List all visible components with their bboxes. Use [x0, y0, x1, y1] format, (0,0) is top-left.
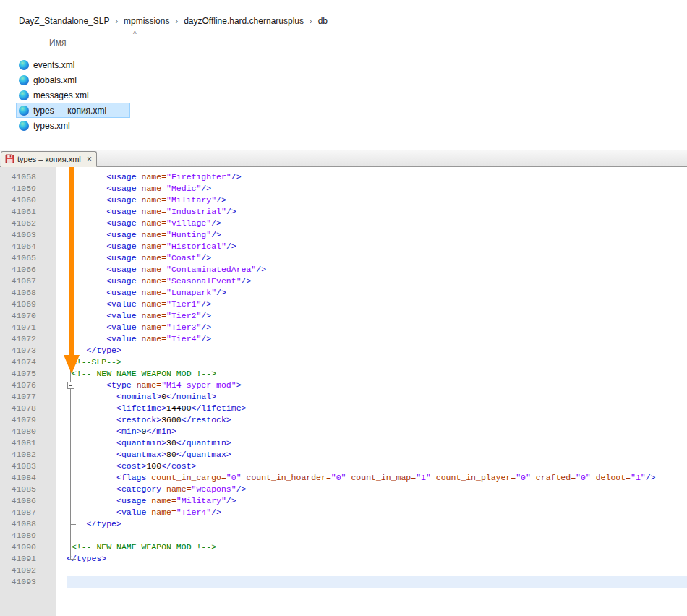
code-line[interactable]: 41092	[0, 565, 687, 576]
line-number: 41066	[0, 264, 46, 275]
fold-margin-cell	[46, 484, 67, 495]
code-line[interactable]: 41069 <value name="Tier1"/>	[0, 299, 687, 310]
code-line[interactable]: 41083 <cost>100</cost>	[0, 461, 687, 472]
code-line[interactable]: 41074 <!--SLP-->	[0, 356, 687, 368]
line-number: 41071	[0, 322, 46, 333]
code-editor[interactable]: 41058 <usage name="Firefighter"/>41059 <…	[0, 167, 687, 616]
breadcrumb-item[interactable]: DayZ_Standalone_SLP	[19, 16, 109, 26]
file-name: globals.xml	[33, 75, 77, 85]
tab-close-icon[interactable]: ✕	[87, 156, 93, 163]
code-line[interactable]: 41081 <quantmin>30</quantmin>	[0, 437, 687, 449]
code-line[interactable]: 41061 <usage name="Industrial"/>	[0, 206, 687, 218]
code-line[interactable]: 41067 <usage name="SeasonalEvent"/>	[0, 275, 687, 287]
breadcrumb-item[interactable]: mpmissions	[124, 16, 169, 26]
breadcrumb-separator-icon[interactable]: ›	[310, 17, 312, 25]
code-line[interactable]: 41085 <category name="weapons"/>	[0, 484, 687, 495]
fold-margin-cell	[46, 299, 67, 310]
line-number: 41058	[0, 171, 46, 183]
code-line[interactable]: 41071 <value name="Tier3"/>	[0, 322, 687, 333]
fold-margin-cell	[46, 530, 67, 542]
code-line[interactable]: 41082 <quantmax>80</quantmax>	[0, 449, 687, 461]
file-row[interactable]: globals.xml	[16, 72, 130, 87]
code-line[interactable]: 41087 <value name="Tier4"/>	[0, 507, 687, 518]
fold-margin-cell	[46, 264, 67, 275]
edge-file-icon	[19, 60, 29, 70]
line-number: 41078	[0, 403, 46, 414]
file-row[interactable]: events.xml	[16, 57, 130, 72]
code-line[interactable]: 41073 </type>	[0, 345, 687, 356]
code-text: <usage name="ContaminatedArea"/>	[67, 264, 687, 275]
unsaved-file-icon	[5, 154, 14, 165]
code-line[interactable]: 41062 <usage name="Village"/>	[0, 218, 687, 229]
fold-margin-cell	[46, 576, 67, 588]
fold-margin-cell	[46, 310, 67, 322]
breadcrumb-item[interactable]: dayzOffline.hard.chernarusplus	[184, 16, 304, 26]
line-number: 41069	[0, 299, 46, 310]
line-number: 41083	[0, 461, 46, 472]
edge-file-icon	[19, 90, 29, 100]
breadcrumb-separator-icon[interactable]: ›	[115, 17, 118, 25]
breadcrumb-item[interactable]: db	[318, 16, 328, 26]
editor-tab-bar: types – копия.xml ✕	[0, 150, 687, 167]
code-lines: 41058 <usage name="Firefighter"/>41059 <…	[0, 167, 687, 588]
code-line[interactable]: 41078 <lifetime>14400</lifetime>	[0, 403, 687, 414]
code-text: </type>	[67, 518, 687, 530]
fold-margin-cell	[46, 356, 67, 368]
fold-margin-cell	[46, 241, 67, 252]
fold-margin-cell	[46, 437, 67, 449]
line-number: 41065	[0, 252, 46, 264]
fold-margin-cell	[46, 472, 67, 484]
code-text: <usage name="Lunapark"/>	[67, 287, 687, 299]
fold-margin-cell	[46, 553, 67, 565]
line-number: 41061	[0, 206, 46, 218]
line-number: 41081	[0, 437, 46, 449]
code-text: <usage name="Medic"/>	[67, 183, 687, 194]
code-line[interactable]: 41068 <usage name="Lunapark"/>	[0, 287, 687, 299]
code-line[interactable]: 41065 <usage name="Coast"/>	[0, 252, 687, 264]
sort-ascending-icon: ^	[133, 30, 137, 38]
fold-margin-cell	[46, 368, 67, 380]
file-name: events.xml	[33, 60, 74, 70]
file-list: events.xmlglobals.xmlmessages.xmltypes —…	[16, 57, 130, 133]
fold-margin-cell	[46, 229, 67, 241]
code-line[interactable]: 41090 <!-- NEW NAME WEAPON MOD !-->	[0, 542, 687, 553]
code-line[interactable]: 41063 <usage name="Hunting"/>	[0, 229, 687, 241]
code-line[interactable]: 41060 <usage name="Military"/>	[0, 194, 687, 206]
code-line[interactable]: 41086 <usage name="Military"/>	[0, 495, 687, 507]
code-text: <!-- NEW NAME WEAPON MOD !-->	[67, 368, 687, 380]
fold-collapse-icon[interactable]	[67, 382, 74, 389]
code-line[interactable]: 41079 <restock>3600</restock>	[0, 414, 687, 426]
fold-margin-cell	[46, 275, 67, 287]
code-line[interactable]: 41093	[0, 576, 687, 588]
line-number: 41068	[0, 287, 46, 299]
code-text: <usage name="Hunting"/>	[67, 229, 687, 241]
code-line[interactable]: 41075 <!-- NEW NAME WEAPON MOD !-->	[0, 368, 687, 380]
line-number: 41063	[0, 229, 46, 241]
fold-margin-cell	[46, 183, 67, 194]
fold-margin-cell	[46, 252, 67, 264]
code-line[interactable]: 41091</types>	[0, 553, 687, 565]
code-line[interactable]: 41058 <usage name="Firefighter"/>	[0, 171, 687, 183]
line-number: 41092	[0, 565, 46, 576]
code-line[interactable]: 41088 </type>	[0, 518, 687, 530]
file-row[interactable]: types.xml	[16, 118, 130, 133]
code-text: <nominal>0</nominal>	[67, 391, 687, 403]
fold-margin-cell	[46, 206, 67, 218]
breadcrumb-separator-icon[interactable]: ›	[175, 17, 178, 25]
fold-margin-cell	[46, 518, 67, 530]
code-line[interactable]: 41077 <nominal>0</nominal>	[0, 391, 687, 403]
editor-tab[interactable]: types – копия.xml ✕	[1, 151, 97, 167]
code-line[interactable]: 41064 <usage name="Historical"/>	[0, 241, 687, 252]
code-line[interactable]: 41080 <min>0</min>	[0, 426, 687, 437]
code-line[interactable]: 41076 <type name="M14_syper_mod">	[0, 380, 687, 391]
file-row[interactable]: types — копия.xml	[16, 103, 130, 118]
code-line[interactable]: 41059 <usage name="Medic"/>	[0, 183, 687, 194]
file-row[interactable]: messages.xml	[16, 87, 130, 103]
code-text: <quantmin>30</quantmin>	[67, 437, 687, 449]
code-line[interactable]: 41089	[0, 530, 687, 542]
code-line[interactable]: 41070 <value name="Tier2"/>	[0, 310, 687, 322]
code-line[interactable]: 41066 <usage name="ContaminatedArea"/>	[0, 264, 687, 275]
code-line[interactable]: 41072 <value name="Tier4"/>	[0, 333, 687, 345]
code-line[interactable]: 41084 <flags count_in_cargo="0" count_in…	[0, 472, 687, 484]
column-header-name[interactable]: Имя	[49, 38, 66, 48]
